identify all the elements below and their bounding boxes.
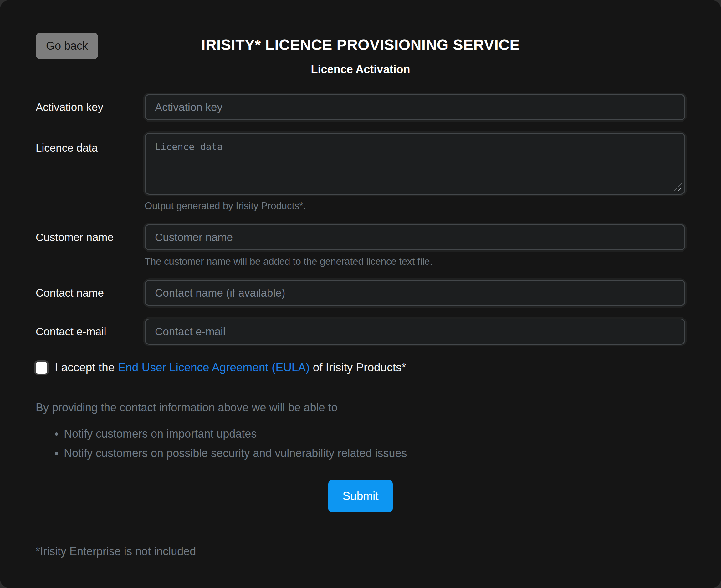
eula-checkbox[interactable]: [36, 362, 47, 374]
go-back-button[interactable]: Go back: [36, 33, 98, 59]
eula-link[interactable]: End User Licence Agreement (EULA): [118, 361, 310, 374]
contact-email-input[interactable]: [145, 318, 685, 345]
list-item: Notify customers on important updates: [64, 427, 685, 440]
customer-name-helper: The customer name will be added to the g…: [145, 256, 685, 267]
customer-name-input[interactable]: [145, 224, 685, 250]
activation-key-row: Activation key: [36, 94, 685, 120]
licence-activation-form: Activation key Licence data Output gener…: [36, 94, 685, 558]
licence-data-textarea-wrap: [145, 133, 685, 195]
licence-data-helper: Output generated by Irisity Products*.: [145, 201, 685, 212]
contact-email-row: Contact e-mail: [36, 318, 685, 345]
customer-name-label: Customer name: [36, 231, 145, 244]
contact-email-label: Contact e-mail: [36, 326, 145, 338]
contact-name-input[interactable]: [145, 280, 685, 306]
eula-text-before: I accept the: [55, 361, 115, 374]
page-subtitle: Licence Activation: [36, 63, 685, 76]
activation-key-label: Activation key: [36, 101, 145, 113]
contact-name-row: Contact name: [36, 280, 685, 306]
eula-row: I accept the End User Licence Agreement …: [36, 361, 685, 374]
enterprise-footnote: *Irisity Enterprise is not included: [36, 545, 685, 558]
submit-row: Submit: [36, 480, 685, 512]
activation-key-input[interactable]: [145, 94, 685, 120]
page-header: IRISITY* LICENCE PROVISIONING SERVICE Li…: [36, 0, 685, 76]
customer-name-row: Customer name The customer name will be …: [36, 224, 685, 267]
contact-info-list: Notify customers on important updates No…: [36, 427, 685, 460]
licence-data-textarea[interactable]: [145, 133, 685, 195]
licence-activation-page: Go back IRISITY* LICENCE PROVISIONING SE…: [0, 0, 721, 588]
contact-info-intro: By providing the contact information abo…: [36, 401, 685, 414]
list-item: Notify customers on possible security an…: [64, 447, 685, 460]
page-title: IRISITY* LICENCE PROVISIONING SERVICE: [36, 36, 685, 54]
licence-data-row: Licence data Output generated by Irisity…: [36, 133, 685, 212]
licence-data-label: Licence data: [36, 133, 145, 154]
eula-text-after: of Irisity Products*: [313, 361, 406, 374]
submit-button[interactable]: Submit: [328, 480, 393, 512]
contact-name-label: Contact name: [36, 287, 145, 299]
